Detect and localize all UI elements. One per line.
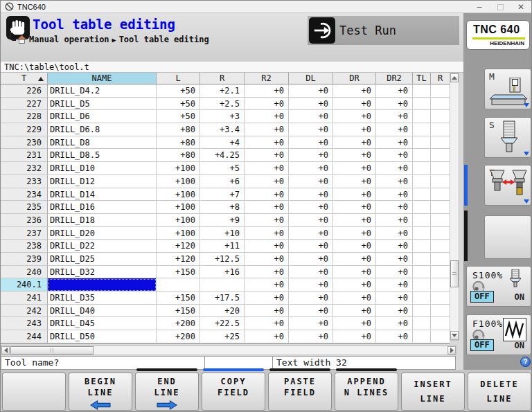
- row-number-cell[interactable]: 242: [1, 305, 48, 318]
- table-cell[interactable]: +0: [245, 278, 289, 292]
- table-cell[interactable]: [431, 278, 450, 292]
- table-cell[interactable]: +3: [200, 110, 245, 123]
- table-cell[interactable]: +100: [157, 214, 200, 227]
- table-cell[interactable]: [413, 110, 431, 123]
- table-cell[interactable]: +2.5: [200, 98, 245, 111]
- horizontal-scrollbar[interactable]: [1, 346, 456, 355]
- feed-override-button[interactable]: F100% OFF ON: [466, 314, 531, 355]
- table-cell[interactable]: [413, 149, 431, 162]
- table-cell[interactable]: DRILL_D16: [48, 201, 157, 214]
- table-cell[interactable]: +0: [376, 305, 413, 318]
- table-cell[interactable]: [431, 317, 450, 330]
- table-cell[interactable]: +0: [289, 175, 333, 188]
- table-cell[interactable]: DRILL_D4.2: [48, 84, 157, 98]
- table-cell[interactable]: [431, 162, 450, 175]
- column-header-name[interactable]: NAME: [48, 73, 157, 84]
- table-cell[interactable]: +0: [333, 136, 376, 150]
- table-cell[interactable]: +0: [333, 175, 376, 188]
- table-cell[interactable]: +0: [245, 136, 289, 150]
- table-cell[interactable]: +12.5: [200, 253, 245, 266]
- table-cell[interactable]: +50: [157, 98, 200, 111]
- table-cell[interactable]: DRILL_D10: [48, 162, 157, 175]
- table-cell[interactable]: +0: [245, 214, 289, 227]
- table-cell[interactable]: +0: [376, 136, 413, 150]
- table-cell[interactable]: +25: [200, 330, 245, 343]
- table-cell[interactable]: [431, 214, 450, 227]
- table-cell[interactable]: +120: [157, 253, 200, 266]
- spindle-override-button[interactable]: S100% OFF ON: [466, 266, 531, 307]
- table-cell[interactable]: [431, 188, 450, 201]
- table-cell[interactable]: +0: [333, 123, 376, 136]
- table-cell[interactable]: [413, 98, 431, 111]
- minimize-button[interactable]: –: [469, 1, 490, 13]
- table-cell[interactable]: [431, 136, 450, 150]
- column-header-t[interactable]: T: [1, 73, 48, 84]
- softkey-begin-line[interactable]: BEGINLINE: [69, 373, 132, 411]
- row-number-cell[interactable]: 240: [1, 266, 48, 279]
- softkey-blank[interactable]: [2, 373, 66, 411]
- table-cell[interactable]: +2.1: [200, 84, 245, 98]
- table-cell[interactable]: DRILL_D50: [48, 330, 157, 343]
- softkey-end-line[interactable]: ENDLINE: [135, 373, 199, 411]
- table-cell[interactable]: +0: [333, 305, 376, 318]
- table-cell[interactable]: DRILL_D32: [48, 266, 157, 279]
- row-number-cell[interactable]: 243: [1, 317, 48, 330]
- table-cell[interactable]: DRILL_D8: [48, 136, 157, 150]
- table-cell[interactable]: +0: [376, 292, 413, 305]
- table-cell[interactable]: +0: [376, 84, 413, 98]
- column-header-tl[interactable]: TL: [413, 73, 431, 84]
- table-cell[interactable]: +0: [245, 201, 289, 214]
- table-cell[interactable]: +0: [245, 149, 289, 162]
- row-number-cell[interactable]: 238: [1, 240, 48, 253]
- tab-test-run[interactable]: Test Run: [308, 16, 459, 45]
- table-cell[interactable]: +0: [289, 227, 333, 240]
- table-cell[interactable]: [413, 266, 431, 279]
- close-button[interactable]: ✕: [511, 1, 531, 13]
- table-cell[interactable]: +100: [157, 227, 200, 240]
- table-cell[interactable]: +0: [289, 214, 333, 227]
- table-cell[interactable]: [431, 292, 450, 305]
- machine-mode-button[interactable]: M: [484, 69, 531, 109]
- column-header-r[interactable]: R: [200, 73, 245, 84]
- table-cell[interactable]: [200, 278, 245, 292]
- table-cell[interactable]: +4: [200, 136, 245, 150]
- vertical-scrollbar-thumb[interactable]: [450, 260, 459, 287]
- scroll-right-button[interactable]: [447, 346, 456, 355]
- scroll-up-button[interactable]: [450, 73, 459, 82]
- softkey-copy-field[interactable]: COPYFIELD: [202, 373, 265, 411]
- softkey-paste-field[interactable]: PASTEFIELD: [268, 373, 332, 411]
- table-cell[interactable]: [431, 266, 450, 279]
- table-cell[interactable]: +0: [333, 253, 376, 266]
- table-cell[interactable]: +150: [157, 292, 200, 305]
- table-cell[interactable]: +0: [245, 266, 289, 279]
- row-number-cell[interactable]: 240.1: [1, 278, 48, 292]
- softkey-delete-line[interactable]: DELETELINE: [468, 373, 531, 411]
- table-cell[interactable]: +20: [200, 305, 245, 318]
- table-cell[interactable]: +9: [200, 214, 245, 227]
- row-number-cell[interactable]: 239: [1, 253, 48, 266]
- table-cell[interactable]: +5: [200, 162, 245, 175]
- table-cell[interactable]: [431, 110, 450, 123]
- table-cell[interactable]: [413, 253, 431, 266]
- table-cell[interactable]: DRILL_D8.5: [48, 149, 157, 162]
- table-cell[interactable]: +150: [157, 305, 200, 318]
- table-cell[interactable]: +0: [289, 136, 333, 150]
- table-cell[interactable]: DRILL_D35: [48, 292, 157, 305]
- table-cell[interactable]: +0: [289, 317, 333, 330]
- row-number-cell[interactable]: 230: [1, 136, 48, 150]
- table-cell[interactable]: [413, 317, 431, 330]
- column-header-dr2[interactable]: DR2: [376, 73, 413, 84]
- table-cell[interactable]: +22.5: [200, 317, 245, 330]
- table-cell[interactable]: +0: [245, 162, 289, 175]
- table-cell[interactable]: +0: [333, 188, 376, 201]
- table-cell[interactable]: +0: [333, 201, 376, 214]
- vertical-scrollbar[interactable]: [450, 73, 459, 341]
- maximize-button[interactable]: [490, 1, 511, 13]
- table-cell[interactable]: +0: [289, 240, 333, 253]
- table-cell[interactable]: +200: [157, 317, 200, 330]
- table-cell[interactable]: [431, 98, 450, 111]
- table-cell[interactable]: +8: [200, 201, 245, 214]
- table-cell[interactable]: +0: [333, 149, 376, 162]
- table-cell[interactable]: +0: [289, 123, 333, 136]
- table-cell[interactable]: [431, 240, 450, 253]
